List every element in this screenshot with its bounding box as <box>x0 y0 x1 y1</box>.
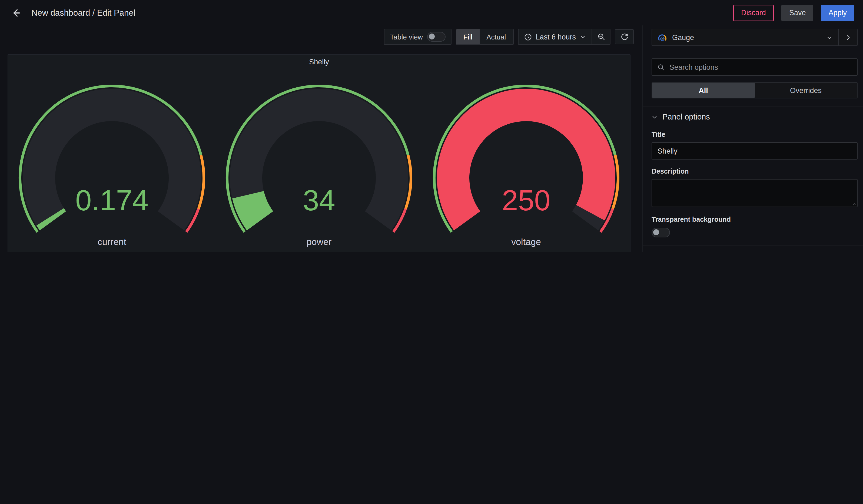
gauge-voltage: 250voltage <box>423 69 630 249</box>
gauge-panel-icon: 79 <box>658 33 667 41</box>
panel-toolbar: Table view Fill Actual Last 6 hours <box>0 25 634 48</box>
clock-icon <box>524 33 532 41</box>
panel-options-label: Panel options <box>662 113 710 121</box>
transparent-bg-toggle[interactable] <box>652 228 670 237</box>
discard-button[interactable]: Discard <box>733 4 774 21</box>
fill-option[interactable]: Fill <box>456 29 479 45</box>
time-range-picker[interactable]: Last 6 hours <box>518 33 591 41</box>
panel-links-header[interactable]: Panel links <box>652 246 858 252</box>
title-input[interactable]: Shelly <box>652 142 858 160</box>
panel-options-header[interactable]: Panel options <box>652 107 858 127</box>
svg-text:79: 79 <box>661 38 664 40</box>
gauge-value: 250 <box>502 184 551 217</box>
description-label: Description <box>652 168 858 175</box>
gauge-panel[interactable]: Shelly 0.174current34power250voltage <box>8 54 630 252</box>
zoom-out-button[interactable] <box>592 29 610 45</box>
chevron-down-icon <box>580 34 586 40</box>
options-sidebar: 79 Gauge Search options All Overrides Pa… <box>642 25 863 252</box>
panel-type-label: Gauge <box>672 33 694 41</box>
refresh-icon <box>620 33 629 41</box>
title-label: Title <box>652 131 858 138</box>
back-button[interactable] <box>9 5 24 20</box>
back-arrow-icon <box>11 7 22 18</box>
panel-links-label: Panel links <box>662 251 700 252</box>
time-range-label: Last 6 hours <box>536 33 576 41</box>
table-view-group: Table view <box>384 29 451 45</box>
magnifier-minus-icon <box>597 33 605 41</box>
gauge-power: 34power <box>215 69 423 249</box>
gauges-container: 0.174current34power250voltage <box>8 69 630 249</box>
chevron-right-icon <box>845 34 851 41</box>
gauge-value: 0.174 <box>75 184 148 217</box>
top-bar: New dashboard / Edit Panel Discard Save … <box>0 0 863 25</box>
table-view-label: Table view <box>390 33 423 41</box>
gauge-label: current <box>97 237 126 247</box>
gauge-current: 0.174current <box>8 69 215 249</box>
time-range-group: Last 6 hours <box>518 29 611 45</box>
options-tabs: All Overrides <box>652 82 858 98</box>
tab-all[interactable]: All <box>652 83 754 98</box>
gauge-svg: 250voltage <box>425 69 627 249</box>
search-icon <box>657 63 665 71</box>
search-placeholder: Search options <box>670 63 718 71</box>
page-title: New dashboard / Edit Panel <box>32 8 135 17</box>
gauge-label: power <box>307 237 332 247</box>
actual-option[interactable]: Actual <box>479 29 513 45</box>
tab-overrides[interactable]: Overrides <box>754 83 857 98</box>
apply-button[interactable]: Apply <box>821 4 854 21</box>
grafana-edit-panel: New dashboard / Edit Panel Discard Save … <box>0 0 863 252</box>
gauge-svg: 34power <box>218 69 420 249</box>
panel-title: Shelly <box>8 55 630 69</box>
save-button[interactable]: Save <box>781 4 814 21</box>
panel-type-main[interactable]: 79 Gauge <box>652 33 838 41</box>
chevron-down-icon <box>826 35 833 41</box>
chevron-down-icon <box>652 114 658 120</box>
search-options-input[interactable]: Search options <box>652 59 858 76</box>
transparent-bg-label: Transparent background <box>652 216 858 223</box>
gauge-value: 34 <box>303 184 335 217</box>
description-textarea[interactable] <box>652 179 858 207</box>
textarea-resize-icon <box>851 200 856 205</box>
gauge-label: voltage <box>512 237 541 247</box>
table-view-toggle[interactable] <box>427 32 446 42</box>
fill-actual-segmented: Fill Actual <box>456 29 514 45</box>
collapse-options-button[interactable] <box>838 29 857 46</box>
gauge-svg: 0.174current <box>11 69 213 249</box>
panel-type-picker[interactable]: 79 Gauge <box>652 29 858 46</box>
refresh-button[interactable] <box>615 29 634 45</box>
